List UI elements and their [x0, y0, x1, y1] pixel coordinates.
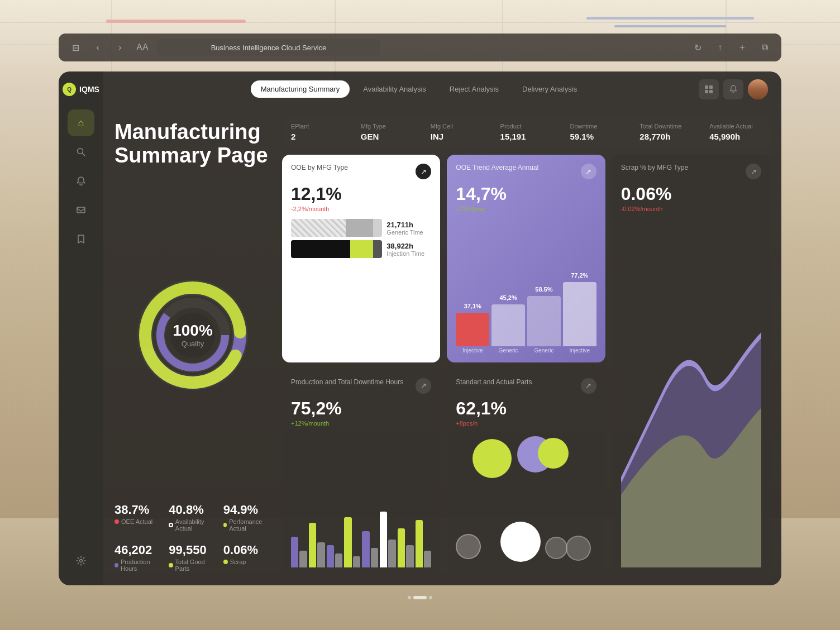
metric-availability-value: 40.8% [169, 503, 216, 517]
chart-parts: Standart and Actual Parts ↗ 62,1% +8pcs/… [447, 369, 605, 577]
sidebar-toggle-btn[interactable]: ⊟ [68, 40, 83, 55]
scroll-dot-1 [408, 596, 411, 599]
total-downtime-value: 28,770h [639, 132, 691, 141]
prod-expand-btn[interactable]: ↗ [416, 378, 431, 394]
scroll-dot-2 [429, 596, 432, 599]
metric-scrap: 0.06% Scrap [223, 543, 271, 572]
sidebar-item-home[interactable]: ⌂ [68, 109, 94, 136]
prod-bar-lime-8 [416, 520, 423, 567]
user-avatar[interactable] [748, 79, 768, 99]
prod-bar-gray-4 [353, 556, 360, 567]
sidebar-item-notifications[interactable] [68, 168, 94, 194]
right-panel: EPlant 2 Mfg Type GEN Mfg Cell INJ Produ… [282, 107, 781, 585]
ooe-chart-header: OOE by MFG Type ↗ [291, 164, 431, 179]
tab-reject-analysis[interactable]: Reject Analysis [440, 80, 509, 98]
font-size-btn[interactable]: AA [135, 40, 150, 55]
sidebar-item-messages[interactable] [68, 197, 94, 223]
injection-time-bar-row: 38,922h Injection Time [291, 240, 431, 258]
forward-btn[interactable]: › [112, 40, 128, 55]
scrap-dot [223, 560, 228, 564]
sidebar-item-bookmarks[interactable] [68, 226, 94, 252]
metrics-bottom-row: 46,202 Production Hours 99,550 Total Goo… [114, 543, 271, 572]
ooe-bars: 21,711h Generic Time [291, 219, 431, 354]
parts-chart-header: Standart and Actual Parts ↗ [456, 378, 596, 394]
ooe-trend-expand-btn[interactable]: ↗ [581, 164, 596, 179]
logo: Q IQMS [59, 83, 104, 96]
downtime-label: Downtime [570, 123, 622, 130]
chart-ooe-trend: OOE Trend Average Annual ↗ 14,7% +21%/ye… [447, 155, 605, 362]
summary-available-actual: Available Actual 45,990h [703, 118, 768, 146]
parts-trend: +8pcs/h [456, 420, 596, 427]
metric-oee-label: OEE Actual [114, 518, 162, 525]
reload-btn[interactable]: ↻ [690, 40, 705, 55]
mfg-cell-value: INJ [431, 132, 483, 141]
generic-bar-fill-2 [346, 219, 373, 237]
tab-manufacturing-summary[interactable]: Manufacturing Summary [251, 80, 350, 98]
prod-bar-gray-3 [335, 553, 342, 567]
prod-bar-7 [398, 528, 414, 567]
tab-group: Manufacturing Summary Availability Analy… [144, 80, 694, 98]
donut-label: Quality [182, 340, 204, 348]
injection-bar-info: 38,922h Injection Time [386, 242, 431, 257]
metric-availability-label: Availability Actual [169, 518, 216, 532]
prod-bar-purple-1 [291, 537, 298, 567]
injection-label: Injection Time [386, 250, 431, 257]
injective-pct: 37,1% [464, 303, 481, 309]
injection-bar-fill-3 [373, 240, 382, 258]
notifications-btn[interactable] [723, 79, 743, 99]
prod-bar-gray-5 [371, 548, 378, 567]
available-actual-value: 45,990h [709, 132, 761, 141]
new-tab-btn[interactable]: + [734, 40, 750, 55]
prod-bar-6 [380, 512, 396, 567]
generic1-bar-visual [491, 304, 525, 346]
summary-mfg-type: Mfg Type GEN [354, 118, 419, 146]
share-btn[interactable]: ↑ [712, 40, 728, 55]
bubble-gray-3 [566, 536, 591, 561]
prod-bar-8 [416, 520, 432, 567]
metric-performance-label: Perfomance Actual [223, 518, 271, 532]
injective-bar-label: Injective [462, 347, 483, 354]
prod-bar-chart [291, 433, 431, 568]
metric-oee-value: 38.7% [114, 503, 162, 517]
logo-icon: Q [63, 83, 76, 96]
ooe-trend-title: OOE Trend Average Annual [456, 164, 538, 171]
generic-time-bar [291, 219, 382, 237]
url-bar[interactable]: Business Intelligence Cloud Service [157, 39, 380, 56]
availability-dot [169, 523, 173, 527]
prod-bar-purple-5 [362, 531, 369, 567]
grid-view-btn[interactable] [699, 79, 719, 99]
ooe-expand-btn[interactable]: ↗ [416, 164, 431, 179]
svg-rect-7 [586, 17, 754, 20]
sidebar-item-search[interactable] [68, 139, 94, 165]
trend-bar-generic-1: 45,2% Generic [491, 294, 525, 354]
metric-parts-value: 99,550 [169, 543, 216, 557]
tab-delivery-analysis[interactable]: Delivery Analysis [512, 80, 587, 98]
prod-bar-gray-2 [317, 542, 324, 567]
metrics-top-row: 38.7% OEE Actual 40.8% Availability Actu… [114, 503, 271, 532]
injective2-pct: 77,2% [571, 272, 588, 279]
generic2-bar-label: Generic [534, 347, 553, 354]
sidebar: Q IQMS ⌂ [59, 71, 103, 585]
generic-bar-info: 21,711h Generic Time [386, 221, 431, 236]
tab-availability-analysis[interactable]: Availability Analysis [353, 80, 436, 98]
parts-expand-btn[interactable]: ↗ [581, 378, 596, 394]
downtime-value: 59.1% [570, 132, 622, 141]
trend-bar-generic-2: 58.5% Generic [527, 286, 561, 354]
bubble-white-1 [500, 522, 541, 562]
page-title: Manufacturing Summary Page [114, 121, 271, 168]
metric-parts-label: Total Good Parts [169, 559, 216, 572]
scrap-trend: -0.02%/mounth [621, 206, 761, 212]
prod-bar-3 [327, 545, 343, 567]
prod-bar-gray-8 [424, 551, 431, 567]
tab-overview-btn[interactable]: ⧉ [757, 40, 772, 55]
generic-label: Generic Time [386, 229, 431, 236]
svg-rect-14 [709, 85, 713, 89]
sidebar-item-settings[interactable] [68, 547, 94, 574]
scrap-chart-title: Scrap % by MFG Type [621, 164, 689, 171]
generic-time-bar-row: 21,711h Generic Time [291, 219, 431, 237]
back-btn[interactable]: ‹ [90, 40, 106, 55]
scrap-expand-btn[interactable]: ↗ [746, 164, 761, 179]
bubble-lime-1 [472, 439, 512, 478]
injection-bar-fill-2 [350, 240, 373, 258]
parts-main-value: 62,1% [456, 398, 596, 419]
